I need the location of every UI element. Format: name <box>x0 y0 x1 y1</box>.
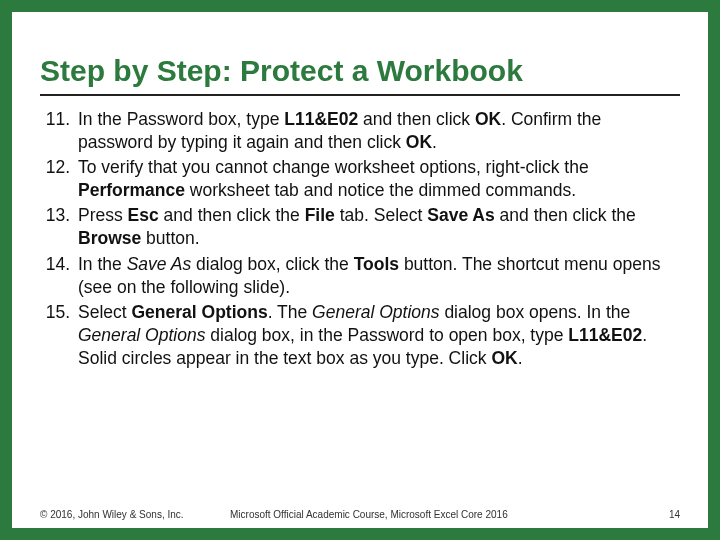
step-text: To verify that you cannot change workshe… <box>78 156 680 202</box>
list-item: 11. In the Password box, type L11&E02 an… <box>40 108 680 154</box>
step-number: 15. <box>40 301 78 370</box>
step-text: Press Esc and then click the File tab. S… <box>78 204 680 250</box>
footer-copyright: © 2016, John Wiley & Sons, Inc. <box>40 509 184 520</box>
slide: Step by Step: Protect a Workbook 11. In … <box>12 12 708 528</box>
slide-number: 14 <box>669 509 680 520</box>
step-number: 11. <box>40 108 78 154</box>
step-text: Select General Options. The General Opti… <box>78 301 680 370</box>
step-number: 14. <box>40 253 78 299</box>
step-number: 13. <box>40 204 78 250</box>
list-item: 13. Press Esc and then click the File ta… <box>40 204 680 250</box>
footer-course: Microsoft Official Academic Course, Micr… <box>230 509 508 520</box>
footer: © 2016, John Wiley & Sons, Inc. Microsof… <box>40 509 680 520</box>
list-item: 14. In the Save As dialog box, click the… <box>40 253 680 299</box>
step-list: 11. In the Password box, type L11&E02 an… <box>40 108 680 370</box>
list-item: 12. To verify that you cannot change wor… <box>40 156 680 202</box>
step-number: 12. <box>40 156 78 202</box>
slide-title: Step by Step: Protect a Workbook <box>40 30 680 96</box>
step-text: In the Password box, type L11&E02 and th… <box>78 108 680 154</box>
step-text: In the Save As dialog box, click the Too… <box>78 253 680 299</box>
list-item: 15. Select General Options. The General … <box>40 301 680 370</box>
